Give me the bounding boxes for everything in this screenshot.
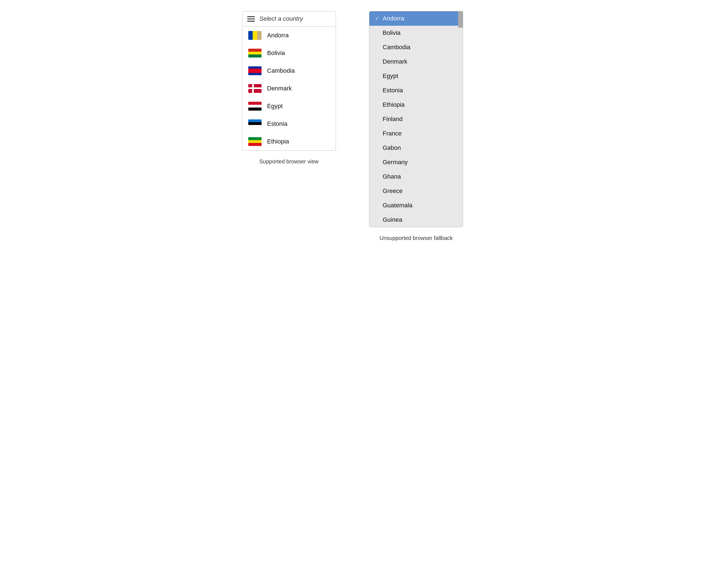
country-name: Finland bbox=[383, 115, 403, 123]
list-item[interactable]: ✓ Gabon bbox=[369, 141, 463, 155]
country-name: Bolivia bbox=[267, 49, 285, 57]
country-name: France bbox=[383, 130, 402, 137]
list-item[interactable]: ✓ Denmark bbox=[369, 54, 463, 69]
flag-egypt bbox=[248, 102, 262, 110]
list-item[interactable]: Cambodia bbox=[242, 62, 336, 80]
list-item[interactable]: ✓ Finland bbox=[369, 112, 463, 126]
country-name: Ethiopia bbox=[267, 138, 289, 145]
country-name: Egypt bbox=[267, 103, 283, 110]
country-name: Andorra bbox=[383, 15, 404, 22]
country-name: Guinea bbox=[383, 216, 402, 224]
country-name: Andorra bbox=[267, 32, 289, 39]
list-item[interactable]: Egypt bbox=[242, 97, 336, 115]
country-name: Ethiopia bbox=[383, 101, 405, 108]
custom-select-container: Select a country Andorra bbox=[242, 11, 336, 151]
right-panel: ✓ Andorra ✓ Bolivia ✓ Cambodia ✓ Denmark… bbox=[369, 11, 463, 241]
left-panel-label: Supported browser view bbox=[259, 158, 319, 165]
country-name: Bolivia bbox=[383, 29, 401, 37]
country-name: Denmark bbox=[383, 58, 407, 65]
country-name: Cambodia bbox=[383, 44, 410, 51]
country-name: Estonia bbox=[267, 120, 287, 128]
country-name: Guatemala bbox=[383, 202, 413, 209]
list-item[interactable]: Andorra bbox=[242, 27, 336, 44]
country-name: Estonia bbox=[383, 87, 403, 94]
list-item[interactable]: ✓ Ethiopia bbox=[369, 98, 463, 112]
flag-bolivia bbox=[248, 49, 262, 57]
country-name: Denmark bbox=[267, 85, 292, 92]
list-item[interactable]: Ethiopia bbox=[242, 133, 336, 150]
list-item[interactable]: ✓ Andorra bbox=[369, 11, 463, 26]
country-name: Ghana bbox=[383, 173, 401, 180]
list-item[interactable]: ✓ Germany bbox=[369, 155, 463, 169]
list-item[interactable]: Denmark bbox=[242, 80, 336, 97]
custom-dropdown[interactable]: Andorra Bolivia Camb bbox=[242, 27, 336, 151]
right-panel-label: Unsupported browser fallback bbox=[380, 235, 453, 241]
native-select-wrapper: ✓ Andorra ✓ Bolivia ✓ Cambodia ✓ Denmark… bbox=[369, 11, 463, 227]
list-item[interactable]: ✓ France bbox=[369, 126, 463, 141]
hamburger-icon bbox=[247, 16, 255, 21]
list-item[interactable]: ✓ Bolivia bbox=[369, 26, 463, 40]
country-name: Greece bbox=[383, 187, 403, 195]
left-panel: Select a country Andorra bbox=[242, 11, 336, 165]
flag-ethiopia bbox=[248, 137, 262, 146]
flag-denmark bbox=[248, 84, 262, 93]
flag-cambodia bbox=[248, 66, 262, 75]
country-name: Germany bbox=[383, 159, 408, 166]
page-wrapper: Select a country Andorra bbox=[242, 11, 463, 241]
country-name: Cambodia bbox=[267, 67, 295, 75]
country-name: Egypt bbox=[383, 72, 398, 80]
list-item[interactable]: ✓ Greece bbox=[369, 184, 463, 198]
list-item[interactable]: ✓ Estonia bbox=[369, 83, 463, 98]
list-item[interactable]: ✓ Guinea bbox=[369, 212, 463, 227]
list-item[interactable]: ✓ Cambodia bbox=[369, 40, 463, 54]
list-item[interactable]: ✓ Guatemala bbox=[369, 198, 463, 212]
list-item[interactable]: ✓ Egypt bbox=[369, 69, 463, 83]
list-item[interactable]: Estonia bbox=[242, 115, 336, 133]
check-mark-icon: ✓ bbox=[375, 15, 380, 21]
flag-estonia bbox=[248, 119, 262, 128]
list-item[interactable]: ✓ Ghana bbox=[369, 169, 463, 184]
country-name: Gabon bbox=[383, 144, 401, 151]
list-item[interactable]: Bolivia bbox=[242, 44, 336, 62]
scrollbar-handle[interactable] bbox=[458, 11, 463, 28]
select-placeholder: Select a country bbox=[259, 15, 303, 22]
flag-andorra bbox=[248, 31, 262, 40]
select-trigger[interactable]: Select a country bbox=[242, 11, 336, 27]
native-select-box[interactable]: ✓ Andorra ✓ Bolivia ✓ Cambodia ✓ Denmark… bbox=[369, 11, 463, 227]
